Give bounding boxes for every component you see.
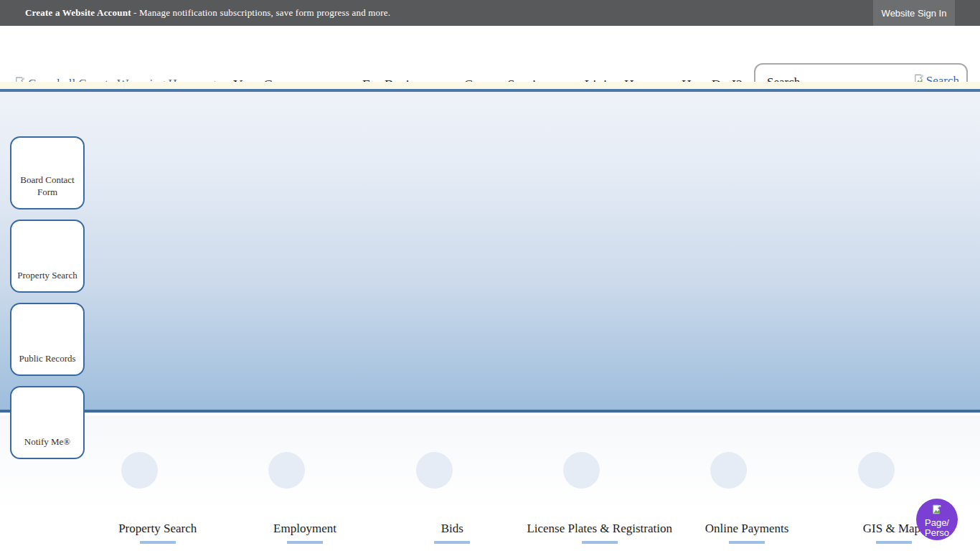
hero-banner [0,92,980,413]
page-personalization-widget[interactable]: Page/ Perso [916,499,958,540]
sidebar-button-label: Public Records [19,353,75,365]
quick-link-icon-placeholder [858,452,895,489]
sidebar-button-property-search[interactable]: Property Search [10,220,85,293]
site-header: Campbell County Wyoming Homepage Your Go… [0,26,980,82]
header-cream-strip [0,82,980,89]
quick-link-underline [876,541,912,544]
quick-link-icon-placeholder [416,452,453,489]
quick-links-row: Property Search Employment Bids License … [84,452,968,544]
top-utility-bar: Create a Website Account - Manage notifi… [0,0,980,26]
sidebar-button-label: Property Search [17,270,77,282]
quick-link-underline [434,541,470,544]
sidebar-button-public-records[interactable]: Public Records [10,303,85,376]
quick-link-icon-placeholder [710,452,747,489]
quick-link-property-search[interactable]: Property Search [84,452,231,544]
quick-link-online-payments[interactable]: Online Payments [673,452,820,544]
quick-link-license-plates-registration[interactable]: License Plates & Registration [526,452,673,544]
website-sign-in-button[interactable]: Website Sign In [873,0,955,26]
account-promo-rest: - Manage notification subscriptions, sav… [131,7,391,18]
sidebar-button-label: Notify Me® [24,436,70,448]
sidebar-button-board-contact-form[interactable]: Board Contact Form [10,136,85,209]
quick-link-icon-placeholder [563,452,600,489]
quick-link-underline [140,541,176,544]
quick-link-underline [287,541,323,544]
account-promo-message[interactable]: Create a Website Account - Manage notifi… [25,7,390,19]
quick-link-icon-placeholder [121,452,158,489]
sidebar-button-label: Board Contact Form [17,174,77,199]
sidebar-button-notify-me[interactable]: Notify Me® [10,386,85,459]
quick-link-bids[interactable]: Bids [379,452,526,544]
quick-link-underline [582,541,618,544]
persona-widget-text-line2: Perso [925,528,949,538]
quick-link-employment[interactable]: Employment [231,452,378,544]
account-promo-bold: Create a Website Account [25,7,131,18]
persona-widget-text-line1: Page/ [925,518,949,528]
quick-link-underline [729,541,765,544]
broken-image-icon [931,504,943,517]
quick-link-icon-placeholder [268,452,305,489]
sign-in-label: Website Sign In [882,8,947,19]
